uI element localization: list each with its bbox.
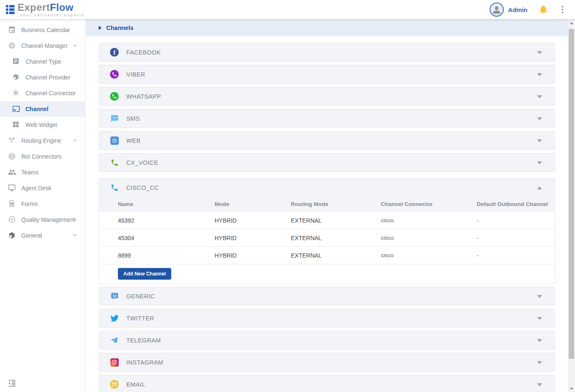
channel-panel-label: WEB — [126, 137, 140, 144]
channel-panel-generic: GENERIC — [99, 287, 555, 305]
collapse-sidebar-icon — [8, 379, 17, 388]
channel-type-icon — [12, 57, 20, 66]
column-header: Mode — [215, 201, 291, 207]
sidebar-item-label: Agent Desk — [21, 185, 51, 191]
page-title: Channels — [106, 25, 133, 31]
table-row[interactable]: 45392HYBRIDEXTERNALcisco- — [99, 211, 555, 229]
sidebar: Business CalendarChannel ManagerChannel … — [0, 19, 85, 392]
sidebar-item-channel[interactable]: Channel — [0, 101, 85, 117]
sidebar-item-label: Channel — [25, 106, 48, 112]
cell-name: 45304 — [118, 235, 215, 241]
cell-mode: HYBRID — [215, 252, 291, 259]
sidebar-item-label: Routing Engine — [21, 137, 61, 144]
top-header: ExpertFlow your callcenter experts Admin — [0, 0, 575, 19]
web-icon — [110, 136, 119, 145]
sidebar-item-label: Channel Manager — [21, 42, 68, 49]
avatar — [490, 2, 504, 17]
channel-panel-web: WEB — [99, 131, 555, 150]
channel-panel-header-cisco_cc[interactable]: CISCO_CC — [99, 179, 555, 196]
vertical-scrollbar[interactable] — [568, 20, 575, 392]
channel-panel-label: CX_VOICE — [126, 159, 158, 166]
cell-routing-mode: EXTERNAL — [291, 217, 381, 224]
cell-mode: HYBRID — [215, 217, 291, 224]
sidebar-item-channel-provider[interactable]: Channel Provider — [0, 69, 85, 85]
channel-panel-label: TELEGRAM — [126, 337, 161, 344]
sidebar-item-teams[interactable]: Teams — [0, 164, 85, 180]
scrollbar-up-arrow[interactable] — [568, 20, 575, 26]
chevron-up-icon — [72, 43, 78, 48]
table-row[interactable]: 45304HYBRIDEXTERNALcisco- — [99, 229, 555, 246]
cell-name: 8899 — [118, 252, 215, 259]
add-new-channel-button[interactable]: Add New Channel — [118, 268, 171, 280]
channel-panel-header-sms[interactable]: SMS — [99, 109, 555, 127]
channel-panel-header-facebook[interactable]: fFACEBOOK — [99, 43, 555, 61]
calendar-icon — [8, 26, 16, 34]
accordion-chevron-down-icon — [537, 51, 542, 54]
channel-panel-header-email[interactable]: EMAIL — [99, 375, 555, 392]
channel-panel-header-cx_voice[interactable]: CX_VOICE — [99, 154, 555, 171]
channel-panel-whatsapp: WHATSAPP — [99, 87, 555, 106]
sidebar-item-channel-type[interactable]: Channel Type — [0, 54, 85, 69]
collapse-sidebar-button[interactable] — [8, 379, 17, 388]
channel-panel-label: EMAIL — [126, 381, 145, 388]
cell-routing-mode: EXTERNAL — [291, 235, 381, 241]
channel-panel-header-viber[interactable]: VIBER — [99, 65, 555, 83]
channel-panel-viber: VIBER — [99, 65, 555, 84]
sidebar-item-forms[interactable]: Forms — [0, 196, 85, 212]
channel-panel-header-whatsapp[interactable]: WHATSAPP — [99, 87, 555, 105]
channel-panel-label: VIBER — [126, 71, 145, 78]
scrollbar-thumb[interactable] — [569, 29, 574, 359]
channel-panel-label: GENERIC — [126, 293, 155, 300]
sidebar-item-label: Teams — [21, 169, 38, 176]
cell-channel-connector: cisco — [381, 252, 477, 258]
channel-panel-header-web[interactable]: WEB — [99, 131, 555, 149]
accordion-chevron-down-icon — [537, 73, 542, 76]
scrollbar-down-arrow[interactable] — [568, 385, 575, 392]
teams-icon — [8, 168, 16, 176]
expertflow-logo-icon — [6, 5, 15, 14]
channel-panel-label: TWITTER — [126, 315, 154, 322]
accordion-chevron-down-icon — [537, 339, 542, 342]
sidebar-item-bot-connectors[interactable]: Bot Connectors — [0, 149, 85, 164]
sidebar-item-label: Forms — [21, 201, 38, 207]
sidebar-item-quality-management[interactable]: Quality Management — [0, 212, 85, 228]
telegram-icon — [110, 336, 119, 345]
brand-name: ExpertFlow — [18, 2, 85, 12]
cell-default-outbound: - — [477, 235, 555, 241]
accordion-chevron-down-icon — [537, 117, 542, 120]
sidebar-item-general[interactable]: General — [0, 228, 85, 243]
channel-panel-header-telegram[interactable]: TELEGRAM — [99, 331, 555, 349]
general-gear-icon — [8, 231, 16, 240]
cell-routing-mode: EXTERNAL — [291, 252, 381, 259]
sidebar-item-channel-connector[interactable]: Channel Connector — [0, 85, 85, 101]
table-row[interactable]: 8899HYBRIDEXTERNALcisco- — [99, 246, 555, 264]
cisco-channels-table: NameModeRouting ModeChannel ConnectorDef… — [99, 196, 555, 283]
kebab-menu-icon[interactable] — [559, 4, 566, 15]
user-menu[interactable]: Admin — [490, 2, 528, 17]
cell-default-outbound: - — [477, 252, 555, 258]
channel-panel-label: WHATSAPP — [126, 93, 161, 100]
main-content: Channels fFACEBOOKVIBERWHATSAPPSMSWEBCX_… — [86, 19, 568, 392]
channel-panel-twitter: TWITTER — [99, 309, 555, 327]
sidebar-item-channel-manager[interactable]: Channel Manager — [0, 38, 85, 54]
channel-panel-header-instagram[interactable]: INSTAGRAM — [99, 353, 555, 371]
channel-panel-label: CISCO_CC — [126, 184, 159, 191]
notifications-bell-icon[interactable] — [538, 5, 548, 15]
routing-engine-icon — [8, 136, 16, 145]
sidebar-item-label: Quality Management — [21, 216, 75, 223]
sidebar-item-routing-engine[interactable]: Routing Engine — [0, 133, 85, 149]
accordion-chevron-down-icon — [537, 361, 542, 364]
breadcrumb[interactable]: Channels — [86, 19, 568, 36]
viber-icon — [110, 70, 119, 79]
sidebar-item-agent-desk[interactable]: Agent Desk — [0, 180, 85, 196]
table-header-row: NameModeRouting ModeChannel ConnectorDef… — [99, 196, 555, 211]
channel-panel-email: EMAIL — [99, 375, 555, 392]
channel-panel-facebook: fFACEBOOK — [99, 43, 555, 62]
channel-panel-header-generic[interactable]: GENERIC — [99, 287, 555, 305]
sidebar-item-business-calendar[interactable]: Business Calendar — [0, 22, 85, 38]
channel-panel-cisco_cc: CISCO_CCNameModeRouting ModeChannel Conn… — [99, 178, 555, 284]
channel-panels: fFACEBOOKVIBERWHATSAPPSMSWEBCX_VOICECISC… — [86, 36, 568, 392]
sidebar-item-web-widget[interactable]: Web Widget — [0, 117, 85, 133]
cell-mode: HYBRID — [215, 235, 291, 241]
channel-panel-header-twitter[interactable]: TWITTER — [99, 309, 555, 327]
